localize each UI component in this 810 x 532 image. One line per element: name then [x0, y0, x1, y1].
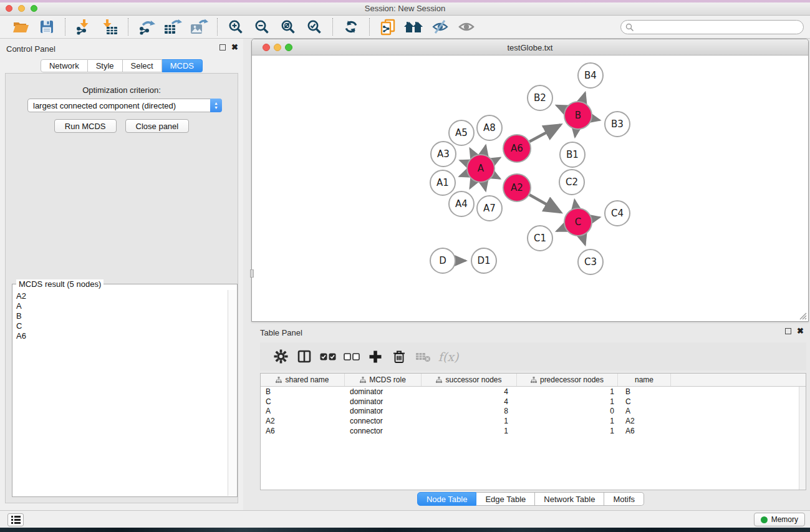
- deselect-all-button[interactable]: [340, 346, 364, 367]
- export-network-button[interactable]: [133, 17, 160, 36]
- cell-shared-name[interactable]: A6: [261, 427, 345, 435]
- memory-button[interactable]: Memory: [754, 513, 805, 526]
- network-graph[interactable]: B4B2BB3B1A5A8A6A3AA1A2C2A4A7C4CC1C3DD1: [252, 56, 808, 321]
- graph-edge-A-A1[interactable]: [460, 173, 467, 177]
- table-row[interactable]: Cdominator41C: [261, 397, 799, 407]
- home-view-button[interactable]: [401, 17, 427, 36]
- run-mcds-button[interactable]: Run MCDS: [54, 119, 117, 133]
- graph-edge-C-C3[interactable]: [582, 236, 585, 244]
- import-network-button[interactable]: [70, 17, 97, 36]
- cell-successor-nodes[interactable]: 4: [422, 387, 517, 396]
- tab-network-table[interactable]: Network Table: [535, 492, 604, 506]
- function-builder-button[interactable]: f(x): [435, 346, 458, 367]
- graph-edge-C-C1[interactable]: [557, 228, 565, 231]
- float-table-panel-icon[interactable]: [785, 328, 791, 334]
- network-canvas[interactable]: B4B2BB3B1A5A8A6A3AA1A2C2A4A7C4CC1C3DD1: [252, 56, 808, 321]
- optimization-criterion-dropdown[interactable]: largest connected component (directed) ▲…: [27, 99, 222, 112]
- column-header-shared-name[interactable]: shared name: [261, 374, 345, 386]
- mcds-result-item[interactable]: A6: [16, 331, 228, 341]
- column-header-MCDS-role[interactable]: MCDS role: [345, 374, 422, 386]
- table-scrollbar[interactable]: [799, 387, 806, 490]
- graph-edge-B-B4[interactable]: [582, 93, 585, 102]
- cell-successor-nodes[interactable]: 1: [422, 427, 517, 435]
- select-all-button[interactable]: [316, 346, 340, 367]
- cell-shared-name[interactable]: A2: [261, 417, 345, 425]
- table-settings-button[interactable]: [269, 346, 292, 367]
- tab-node-table[interactable]: Node Table: [417, 492, 477, 506]
- cell-predecessor-nodes[interactable]: 1: [517, 427, 618, 435]
- column-header-predecessor-nodes[interactable]: predecessor nodes: [517, 374, 618, 386]
- show-all-button[interactable]: [453, 17, 480, 36]
- tab-motifs[interactable]: Motifs: [604, 492, 644, 506]
- graph-edge-B-B1[interactable]: [575, 130, 576, 137]
- cell-MCDS-role[interactable]: dominator: [345, 387, 422, 396]
- mcds-result-scrollbar[interactable]: [228, 290, 236, 496]
- zoom-in-button[interactable]: [223, 17, 249, 36]
- duplicate-network-button[interactable]: [375, 17, 401, 36]
- cell-predecessor-nodes[interactable]: 1: [517, 417, 618, 425]
- table-row[interactable]: A6connector11A6: [261, 426, 799, 436]
- tab-edge-table[interactable]: Edge Table: [476, 492, 535, 506]
- network-window-titlebar[interactable]: testGlobe.txt: [252, 39, 808, 56]
- graph-edge-A-A2[interactable]: [493, 175, 499, 179]
- graph-edge-A-A4[interactable]: [470, 181, 474, 188]
- cell-predecessor-nodes[interactable]: 1: [517, 397, 618, 406]
- cell-shared-name[interactable]: A: [261, 407, 345, 415]
- zoom-selected-button[interactable]: [301, 17, 327, 36]
- graph-edge-B-B2[interactable]: [556, 105, 565, 109]
- mcds-result-item[interactable]: A: [16, 301, 228, 311]
- tab-network[interactable]: Network: [41, 59, 88, 72]
- table-row[interactable]: A2connector11A2: [261, 416, 799, 426]
- graph-edge-B-B3[interactable]: [592, 118, 599, 120]
- hide-selected-button[interactable]: [427, 17, 453, 36]
- cell-name[interactable]: A2: [618, 417, 671, 425]
- delete-table-button[interactable]: [411, 346, 435, 367]
- cell-MCDS-role[interactable]: dominator: [345, 407, 422, 415]
- cell-MCDS-role[interactable]: dominator: [345, 397, 422, 406]
- graph-edge-A-A3[interactable]: [460, 160, 467, 163]
- cell-successor-nodes[interactable]: 8: [422, 407, 517, 415]
- graph-edge-A-A6[interactable]: [493, 158, 500, 162]
- cell-name[interactable]: C: [618, 397, 671, 406]
- refresh-layout-button[interactable]: [338, 17, 364, 36]
- resize-grip-icon[interactable]: [798, 311, 807, 320]
- cell-shared-name[interactable]: B: [261, 387, 345, 396]
- tab-style[interactable]: Style: [88, 59, 123, 72]
- graph-edge-C-C2[interactable]: [574, 200, 576, 208]
- zoom-out-button[interactable]: [249, 17, 275, 36]
- import-table-button[interactable]: [97, 17, 123, 36]
- export-table-button[interactable]: [160, 17, 186, 36]
- export-image-button[interactable]: [186, 17, 212, 36]
- graph-edge-C-C4[interactable]: [592, 217, 599, 219]
- close-table-panel-icon[interactable]: ✖: [797, 328, 804, 334]
- tab-select[interactable]: Select: [123, 59, 162, 72]
- save-session-button[interactable]: [34, 17, 60, 36]
- cell-name[interactable]: A: [618, 407, 671, 415]
- cell-successor-nodes[interactable]: 4: [422, 397, 517, 406]
- graph-edge-A6-B[interactable]: [529, 125, 561, 142]
- table-row[interactable]: Adominator80A: [261, 407, 799, 417]
- mcds-result-item[interactable]: B: [16, 311, 228, 321]
- show-columns-button[interactable]: [292, 346, 316, 367]
- splitter-handle[interactable]: [250, 269, 254, 278]
- cell-predecessor-nodes[interactable]: 0: [517, 407, 618, 415]
- cell-predecessor-nodes[interactable]: 1: [517, 387, 618, 396]
- table-row[interactable]: Bdominator41B: [261, 387, 799, 397]
- tab-mcds[interactable]: MCDS: [162, 59, 203, 72]
- column-header-name[interactable]: name: [618, 374, 671, 386]
- mcds-result-item[interactable]: C: [16, 321, 228, 331]
- cell-MCDS-role[interactable]: connector: [345, 427, 422, 435]
- column-header-successor-nodes[interactable]: successor nodes: [422, 374, 517, 386]
- search-input[interactable]: [637, 23, 803, 32]
- close-panel-button[interactable]: Close panel: [125, 119, 190, 133]
- mcds-result-list[interactable]: A2ABCA6: [13, 290, 228, 496]
- cell-successor-nodes[interactable]: 1: [422, 417, 517, 425]
- add-entry-button[interactable]: [364, 346, 387, 367]
- cell-name[interactable]: B: [618, 387, 671, 396]
- graph-edge-A-A7[interactable]: [484, 182, 486, 190]
- float-panel-icon[interactable]: [219, 44, 226, 51]
- cell-MCDS-role[interactable]: connector: [345, 417, 422, 425]
- zoom-fit-button[interactable]: [275, 17, 301, 36]
- task-history-button[interactable]: [7, 513, 24, 526]
- graph-edge-A2-C[interactable]: [529, 195, 561, 212]
